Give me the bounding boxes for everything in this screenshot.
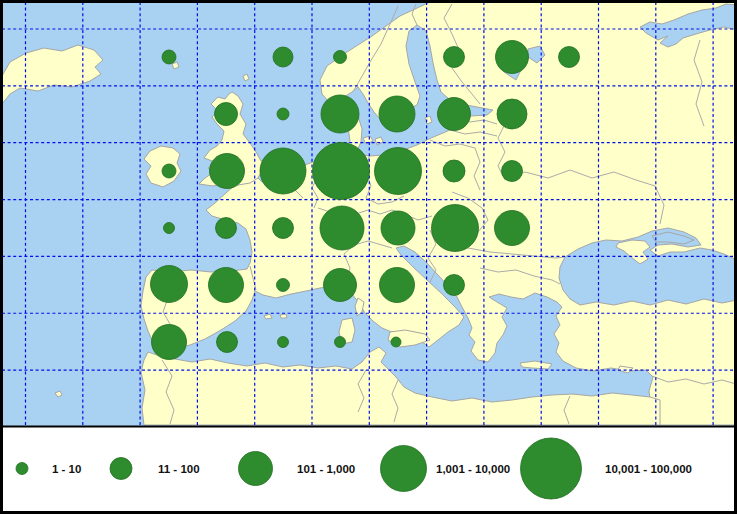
occurrence-circle-col7-row3[interactable] <box>375 148 422 195</box>
legend-class-4-label: 1,001 - 10,000 <box>436 463 510 475</box>
occurrence-map-window: 1 - 1011 - 100101 - 1,0001,001 - 10,0001… <box>0 0 737 514</box>
occurrence-circle-col5-row5[interactable] <box>277 279 290 292</box>
occurrence-circle-col4-row4[interactable] <box>216 218 237 239</box>
occurrence-circle-col5-row1[interactable] <box>273 47 293 67</box>
occurrence-circle-col5-row3[interactable] <box>260 148 306 194</box>
occurrence-circle-col9-row3[interactable] <box>502 161 523 182</box>
occurrence-circle-col3-row6[interactable] <box>152 325 187 360</box>
legend-class-3-symbol <box>239 452 273 486</box>
occurrence-circle-col6-row3[interactable] <box>313 143 370 200</box>
legend-class-1-label: 1 - 10 <box>52 463 81 475</box>
occurrence-circle-col7-row4[interactable] <box>381 211 415 245</box>
occurrence-circle-col8-row1[interactable] <box>444 47 465 68</box>
occurrence-circle-col4-row3[interactable] <box>210 154 245 189</box>
occurrence-circle-col4-row2[interactable] <box>215 103 238 126</box>
legend-class-5-label: 10,001 - 100,000 <box>605 463 692 475</box>
legend-class-4-symbol <box>381 446 427 492</box>
legend-class-2-symbol <box>110 458 132 480</box>
occurrence-circle-col4-row6[interactable] <box>217 332 238 353</box>
occurrence-circle-col9-row4[interactable] <box>495 211 530 246</box>
legend-class-1-symbol <box>16 463 28 475</box>
occurrence-circle-col6-row1[interactable] <box>334 51 347 64</box>
occurrence-circle-col8-row2[interactable] <box>438 98 471 131</box>
europe-occurrence-map[interactable]: 1 - 1011 - 100101 - 1,0001,001 - 10,0001… <box>0 0 737 514</box>
occurrence-circle-col3-row4[interactable] <box>164 223 175 234</box>
occurrence-circle-col10-row1[interactable] <box>559 47 580 68</box>
occurrence-circle-col5-row6[interactable] <box>278 337 289 348</box>
legend-class-3-label: 101 - 1,000 <box>297 463 355 475</box>
occurrence-circle-col7-row6[interactable] <box>391 337 401 347</box>
occurrence-circle-col6-row5[interactable] <box>324 269 357 302</box>
occurrence-circle-col7-row5[interactable] <box>380 268 415 303</box>
occurrence-circle-col3-row1[interactable] <box>162 50 176 64</box>
legend-class-5-symbol <box>521 438 582 499</box>
occurrence-circle-col8-row5[interactable] <box>444 275 465 296</box>
occurrence-circle-col6-row6[interactable] <box>335 337 346 348</box>
occurrence-circle-col5-row4[interactable] <box>273 218 294 239</box>
occurrence-circle-col3-row3[interactable] <box>162 164 176 178</box>
occurrence-circle-col6-row4[interactable] <box>320 206 364 250</box>
occurrence-circle-col6-row2[interactable] <box>321 95 359 133</box>
occurrence-circle-col8-row3[interactable] <box>443 160 465 182</box>
occurrence-circle-col7-row2[interactable] <box>379 96 415 132</box>
occurrence-circle-col8-row4[interactable] <box>432 205 479 252</box>
occurrence-circle-col9-row2[interactable] <box>497 99 527 129</box>
occurrence-circle-col9-row1[interactable] <box>496 41 529 74</box>
occurrence-circle-col5-row2[interactable] <box>277 108 289 120</box>
legend-class-2-label: 11 - 100 <box>158 463 200 475</box>
occurrence-circle-col3-row5[interactable] <box>151 266 188 303</box>
occurrence-circle-col4-row5[interactable] <box>209 268 244 303</box>
